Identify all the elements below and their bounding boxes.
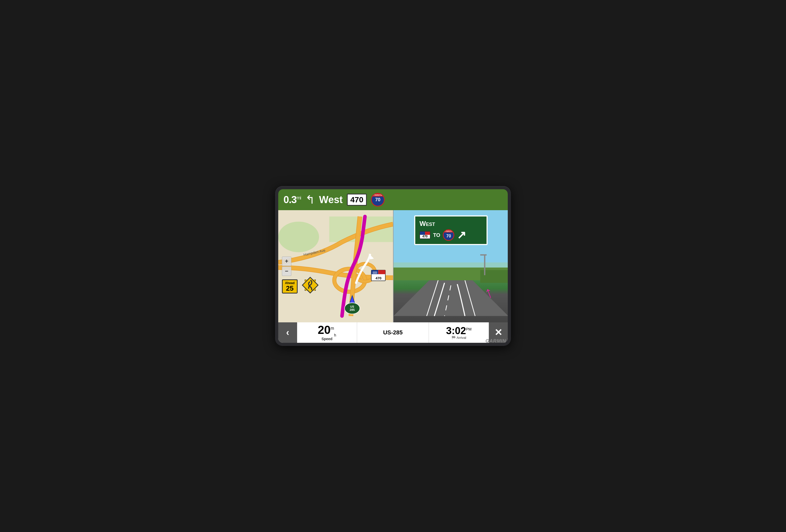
svg-rect-15 [373,271,377,274]
map-panel[interactable]: Hampden Ave 470 US [278,210,393,322]
speed-number: 20 [318,323,331,336]
ig-number: 70 [446,234,451,238]
highway-direction-sign: West 470 TO INTERSTATE 70 ↗ [414,215,488,245]
device-screen: 0.3mi ↱ West 470 INTERSTATE 70 [278,189,508,343]
nav-bar: 0.3mi ↱ West 470 INTERSTATE 70 [278,189,508,210]
arrival-label-text: Arrival [457,336,466,340]
to-text: TO [433,232,440,238]
interstate-label: INTERSTATE [372,194,384,196]
close-icon: ✕ [494,327,502,338]
nav-direction-text: West [319,194,343,206]
device-body: 0.3mi ↱ West 470 INTERSTATE 70 [275,186,511,346]
zoom-controls: + − [282,257,291,276]
back-button[interactable]: ‹ [278,322,297,343]
bottom-bar: ‹ 20mh Speed US-285 3:02PM 🏁 Arrival [278,322,508,343]
zoom-in-button[interactable]: + [282,257,291,266]
interstate-sign-70-green: INTERSTATE 70 [443,229,454,241]
main-area: Hampden Ave 470 US [278,210,508,322]
speed-unit-top: m [331,326,334,330]
route-number: 470 [350,195,363,204]
highway-sign-direction: West [419,219,482,228]
arrival-section: 3:02PM 🏁 Arrival [429,322,489,343]
map-svg: Hampden Ave 470 US [278,210,393,322]
garmin-logo: GARMIN [485,338,506,344]
svg-text:285: 285 [350,308,355,311]
interstate-70-sign: INTERSTATE 70 [371,193,385,207]
back-icon: ‹ [286,327,289,338]
speed-value: 20mh [318,324,336,337]
distance-value: 0.3 [283,194,297,205]
svg-rect-14 [378,270,386,274]
camera-panel: West 470 TO INTERSTATE 70 ↗ [394,210,508,322]
svg-text:US: US [350,305,354,308]
co-route-number: 470 [422,235,427,238]
highway-sign-row: 470 TO INTERSTATE 70 ↗ [419,229,482,241]
speed-label: Speed [322,337,332,341]
ahead-speed-sign: Ahead 25 [282,279,298,294]
svg-text:470: 470 [375,276,382,280]
arrival-time-display: 3:02PM [446,326,471,336]
arrow-up-right-icon: ↗ [457,230,466,240]
route-470-sign: 470 [347,194,367,206]
ahead-number: 25 [285,285,295,292]
flag-icon: 🏁 [452,336,456,340]
road-name-section: US-285 [357,322,429,343]
co-route-sign-470: 470 [419,231,431,239]
nav-distance: 0.3mi [283,194,301,206]
svg-point-1 [278,222,319,252]
zoom-out-button[interactable]: − [282,267,291,276]
arrival-time-value: 3:02 [446,325,466,336]
speed-unit-bottom: h [334,333,336,337]
turn-arrow-icon: ↱ [305,194,315,206]
distance-unit: mi [297,195,301,201]
arrival-label: 🏁 Arrival [452,336,466,340]
interstate-number: 70 [375,197,380,202]
svg-rect-31 [484,255,485,275]
current-road-name: US-285 [383,329,403,336]
svg-rect-32 [480,254,487,256]
speed-section: 20mh Speed [297,322,357,343]
winding-road-sign [302,277,319,294]
arrival-ampm: PM [466,327,471,331]
